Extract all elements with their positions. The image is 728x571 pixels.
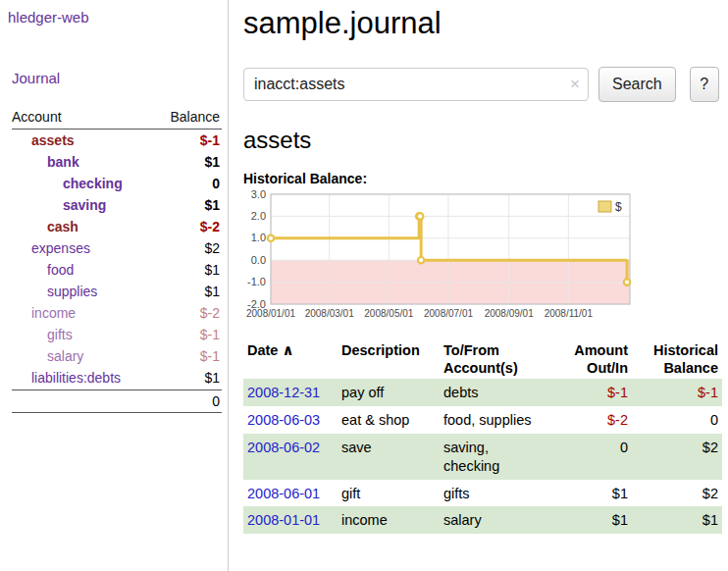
register-description: save — [338, 434, 440, 480]
register-amount: $1 — [547, 480, 632, 507]
register-date-cell: 2008-06-01 — [243, 480, 338, 507]
register-date-link[interactable]: 2008-06-01 — [247, 486, 320, 501]
sidebar-account-balance: $1 — [204, 262, 222, 278]
register-date-cell: 2008-06-03 — [243, 406, 338, 434]
register-date-cell: 2008-12-31 — [243, 379, 338, 406]
sidebar-account-link[interactable]: expenses — [12, 240, 90, 256]
register-balance: $-1 — [632, 379, 722, 406]
sidebar-account-balance: $-1 — [200, 327, 222, 342]
sidebar-account-balance: $-1 — [200, 348, 222, 364]
register-accounts: salary — [440, 506, 547, 534]
app-title-link[interactable]: hledger-web — [8, 9, 228, 26]
search-input[interactable] — [243, 68, 589, 101]
register-amount: 0 — [547, 434, 632, 480]
account-rows: assets $-1 bank $1 checking 0 saving $1 … — [12, 130, 222, 389]
register-date-link[interactable]: 2008-01-01 — [247, 512, 320, 528]
historical-balance-chart: $3.02.01.00.0-1.0-2.02008/01/012008/03/0… — [243, 190, 728, 328]
sidebar-account-link[interactable]: income — [12, 305, 76, 321]
register-balance: $1 — [632, 506, 722, 534]
sidebar-account-balance: $-2 — [200, 305, 222, 321]
svg-text:2008/11/01: 2008/11/01 — [545, 308, 594, 319]
sidebar-account-link[interactable]: assets — [12, 132, 75, 148]
account-table-header: Account Balance — [12, 109, 222, 130]
sidebar-account-balance: $-1 — [200, 132, 222, 148]
sidebar-account-balance: $2 — [204, 240, 222, 256]
journal-link[interactable]: Journal — [12, 70, 228, 86]
register-row: 2008-06-01 gift gifts $1 $2 — [243, 480, 722, 507]
account-balance-table: Account Balance assets $-1 bank $1 check… — [12, 109, 222, 413]
search-button[interactable]: Search — [598, 67, 676, 102]
register-description: eat & shop — [338, 406, 440, 434]
svg-text:0.0: 0.0 — [251, 254, 266, 266]
sidebar-account-balance: $1 — [204, 284, 222, 299]
balance-column-header: Balance — [170, 109, 220, 125]
total-balance: 0 — [212, 393, 220, 409]
svg-text:2008/05/01: 2008/05/01 — [364, 308, 413, 319]
register-balance: $2 — [632, 434, 722, 480]
sidebar-account-link[interactable]: checking — [12, 176, 123, 191]
date-column-header[interactable]: Date ∧ — [243, 339, 338, 379]
register-amount: $-1 — [547, 379, 632, 406]
sidebar-account-row: salary $-1 — [12, 345, 222, 367]
account-column-header: Account — [12, 109, 62, 125]
accounts-column-header: To/From Account(s) — [440, 339, 547, 379]
clear-search-icon[interactable]: × — [570, 75, 580, 94]
sidebar-account-link[interactable]: food — [12, 262, 74, 278]
sidebar-account-row: food $1 — [12, 259, 222, 281]
register-amount: $-2 — [547, 406, 632, 434]
sidebar-account-balance: $1 — [204, 197, 222, 213]
register-balance: 0 — [632, 406, 722, 434]
svg-text:2008/01/01: 2008/01/01 — [246, 308, 295, 319]
sidebar-account-row: supplies $1 — [12, 281, 222, 302]
sidebar-account-row: income $-2 — [12, 302, 222, 324]
svg-text:2008/03/01: 2008/03/01 — [305, 308, 354, 319]
amount-column-header: Amount Out/In — [547, 339, 632, 379]
app-root: hledger-web Journal Account Balance asse… — [0, 0, 728, 571]
date-header-label: Date — [247, 342, 278, 358]
sidebar-account-balance: $1 — [204, 154, 222, 170]
register-row: 2008-06-03 eat & shop food, supplies $-2… — [243, 406, 722, 434]
register-description: pay off — [338, 379, 440, 406]
register-date-link[interactable]: 2008-06-02 — [247, 440, 320, 455]
register-header-row: Date ∧ Description To/From Account(s) Am… — [243, 339, 722, 379]
svg-text:2.0: 2.0 — [251, 210, 266, 222]
chart-svg: $3.02.01.00.0-1.0-2.02008/01/012008/03/0… — [243, 190, 640, 324]
help-button[interactable]: ? — [690, 67, 719, 102]
svg-text:-1.0: -1.0 — [247, 276, 266, 287]
sidebar-account-row: cash $-2 — [12, 216, 222, 237]
register-row: 2008-12-31 pay off debts $-1 $-1 — [243, 379, 722, 406]
register-description: income — [338, 506, 440, 534]
sidebar-account-row: saving $1 — [12, 194, 222, 216]
sidebar-total-row: 0 — [12, 389, 222, 413]
sidebar-account-link[interactable]: supplies — [12, 284, 97, 299]
sidebar-account-balance: $-2 — [200, 219, 222, 234]
svg-text:2008/07/01: 2008/07/01 — [424, 308, 473, 319]
sidebar-account-row: assets $-1 — [12, 130, 222, 151]
register-accounts: food, supplies — [440, 406, 547, 434]
sidebar-account-link[interactable]: cash — [12, 219, 78, 234]
chart-title: Historical Balance: — [243, 171, 728, 186]
register-date-link[interactable]: 2008-12-31 — [247, 385, 320, 400]
register-date-link[interactable]: 2008-06-03 — [247, 412, 320, 428]
sidebar-account-link[interactable]: salary — [12, 348, 83, 364]
search-box: × — [243, 68, 589, 101]
sidebar-account-link[interactable]: liabilities:debts — [12, 370, 121, 386]
register-accounts: saving, checking — [440, 434, 547, 480]
register-row: 2008-01-01 income salary $1 $1 — [243, 506, 722, 534]
register-balance: $2 — [632, 480, 722, 507]
sidebar-account-link[interactable]: bank — [12, 154, 79, 170]
register-amount: $1 — [547, 506, 632, 534]
sidebar-account-balance: $1 — [204, 370, 222, 386]
sort-ascending-icon[interactable]: ∧ — [282, 341, 293, 358]
sidebar-account-link[interactable]: saving — [12, 197, 106, 213]
svg-text:1.0: 1.0 — [251, 232, 266, 243]
register-date-cell: 2008-01-01 — [243, 506, 338, 534]
balance-column-header-main: Historical Balance — [632, 339, 722, 379]
account-heading: assets — [243, 127, 728, 154]
sidebar-account-balance: 0 — [212, 176, 222, 191]
sidebar-account-link[interactable]: gifts — [12, 327, 73, 342]
register-accounts: debts — [440, 379, 547, 406]
register-date-cell: 2008-06-02 — [243, 434, 338, 480]
sidebar-account-row: checking 0 — [12, 173, 222, 194]
svg-text:2008/09/01: 2008/09/01 — [485, 308, 534, 319]
